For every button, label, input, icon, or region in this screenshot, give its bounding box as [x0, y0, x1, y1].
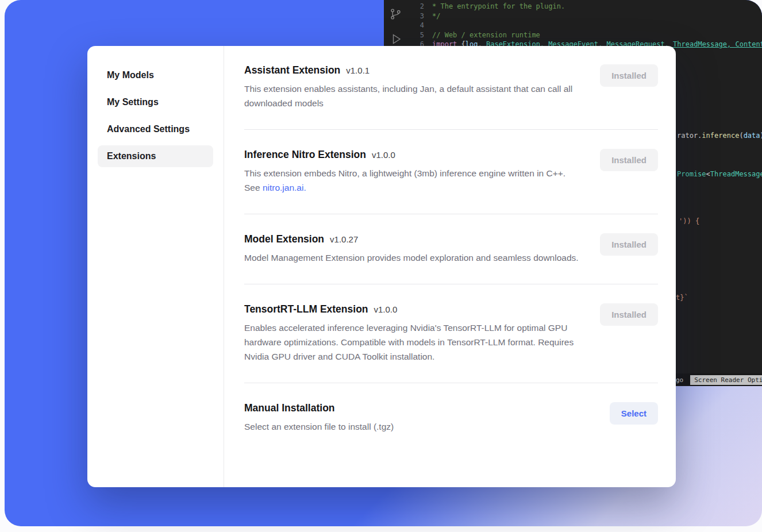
extension-description: Enables accelerated inference leveraging… — [244, 321, 580, 364]
manual-installation-row: Manual Installation Select an extension … — [244, 383, 658, 453]
installed-button[interactable]: Installed — [600, 149, 658, 171]
extension-description: Model Management Extension provides mode… — [244, 250, 579, 265]
installed-button[interactable]: Installed — [600, 233, 658, 256]
sidebar-item-my-settings[interactable]: My Settings — [98, 91, 213, 113]
line-number: 4 — [408, 21, 424, 30]
extension-description: This extension enables assistants, inclu… — [244, 82, 580, 110]
extension-name: Model Extension — [244, 233, 324, 245]
line-number: 5 — [408, 30, 424, 40]
code-fragment: Promise<ThreadMessage> — [677, 170, 762, 178]
extension-version: v1.0.27 — [330, 234, 358, 244]
settings-modal: My Models My Settings Advanced Settings … — [87, 46, 676, 487]
extension-info: TensortRT-LLM Extension v1.0.0 Enables a… — [244, 303, 580, 364]
code-fragment: ')) { — [679, 217, 699, 225]
extension-version: v1.0.0 — [372, 150, 395, 160]
code-text: // Web / extension runtime — [432, 30, 540, 40]
extension-info: Manual Installation Select an extension … — [244, 402, 394, 434]
extension-description: This extension embeds Nitro, a lightweig… — [244, 166, 580, 195]
manual-installation-title: Manual Installation — [244, 402, 335, 414]
nitro-jan-ai-link[interactable]: nitro.jan.ai. — [263, 183, 306, 192]
extension-info: Model Extension v1.0.27 Model Management… — [244, 233, 579, 265]
extension-name: Inference Nitro Extension — [244, 149, 366, 161]
manual-installation-description: Select an extension file to install (.tg… — [244, 419, 394, 434]
settings-sidebar: My Models My Settings Advanced Settings … — [87, 46, 224, 487]
extensions-list: Assistant Extension v1.0.1 This extensio… — [224, 46, 676, 487]
installed-button[interactable]: Installed — [600, 64, 658, 87]
extension-version: v1.0.1 — [346, 65, 370, 75]
code-text: * The entrypoint for the plugin. — [432, 2, 565, 11]
extension-row-nitro: Inference Nitro Extension v1.0.0 This ex… — [244, 130, 658, 214]
code-line: 2 * The entrypoint for the plugin. — [408, 2, 762, 11]
sidebar-item-my-models[interactable]: My Models — [98, 64, 213, 86]
source-control-icon[interactable] — [389, 7, 402, 22]
extension-row-tensorrt: TensortRT-LLM Extension v1.0.0 Enables a… — [244, 284, 658, 383]
line-number: 2 — [408, 2, 424, 11]
screen-reader-badge[interactable]: Screen Reader Optimized — [690, 375, 762, 385]
code-line: 5 // Web / extension runtime — [408, 30, 762, 40]
code-fragment: rator.inference(data)); — [677, 132, 762, 140]
code-line: 4 — [408, 21, 762, 30]
extension-name: TensortRT-LLM Extension — [244, 303, 368, 315]
extension-version: v1.0.0 — [374, 304, 398, 314]
status-text: go — [676, 376, 683, 384]
extension-row-assistant: Assistant Extension v1.0.1 This extensio… — [244, 47, 658, 130]
run-debug-icon[interactable] — [389, 32, 403, 48]
extension-row-model: Model Extension v1.0.27 Model Management… — [244, 214, 658, 284]
code-lines: 2 * The entrypoint for the plugin. 3 */ … — [408, 2, 762, 49]
sidebar-item-advanced-settings[interactable]: Advanced Settings — [98, 118, 213, 140]
extension-info: Assistant Extension v1.0.1 This extensio… — [244, 64, 580, 110]
code-line: 3 */ — [408, 11, 762, 21]
code-fragment: t}` — [676, 294, 688, 302]
extension-name: Assistant Extension — [244, 64, 340, 76]
select-file-button[interactable]: Select — [610, 402, 658, 425]
sidebar-item-extensions[interactable]: Extensions — [98, 145, 213, 167]
extension-info: Inference Nitro Extension v1.0.0 This ex… — [244, 149, 580, 195]
line-number: 3 — [408, 11, 424, 21]
code-text: */ — [432, 11, 440, 21]
installed-button[interactable]: Installed — [600, 303, 658, 326]
